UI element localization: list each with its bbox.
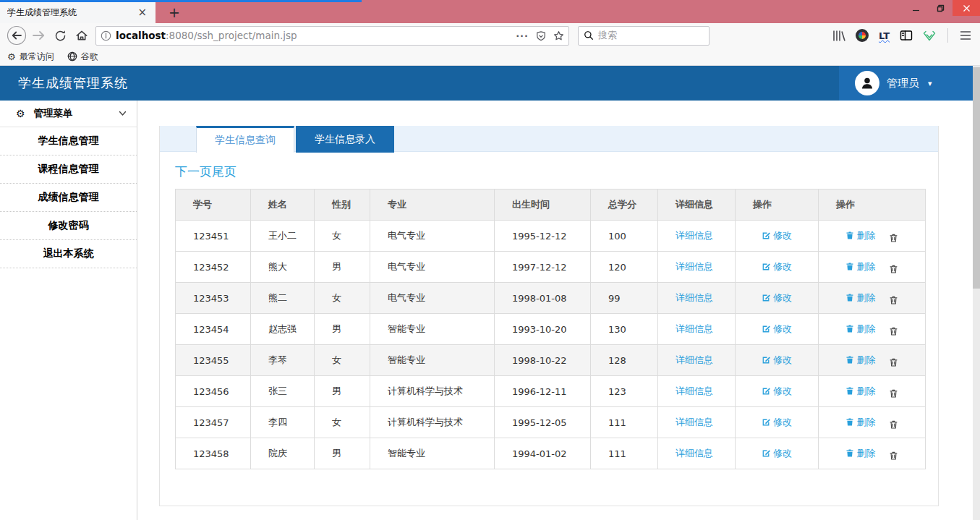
bookmark-frequent[interactable]: ⚙ 最常访问 — [7, 51, 54, 63]
url-bar[interactable]: localhost:8080/ssh_project/main.jsp ··· — [95, 26, 569, 46]
cell-name: 李四 — [251, 407, 315, 438]
table-row: 123456 张三 男 计算机科学与技术 1996-12-11 123 详细信息 — [176, 376, 926, 407]
sidebar-item-label: 修改密码 — [48, 219, 89, 232]
tab-close-icon[interactable]: × — [135, 6, 150, 20]
column-header: 操作 — [819, 189, 926, 221]
trash-icon — [845, 417, 854, 427]
trash-icon[interactable] — [889, 388, 898, 398]
next-page-link[interactable]: 下一页 — [175, 164, 212, 179]
url-host: localhost — [116, 30, 166, 41]
url-text: localhost:8080/ssh_project/main.jsp — [116, 30, 516, 41]
bookmark-google[interactable]: 谷歌 — [67, 51, 98, 63]
detail-link[interactable]: 详细信息 — [676, 323, 713, 336]
sidebar-item[interactable]: 课程信息管理 — [0, 155, 137, 184]
cell-gender: 女 — [315, 283, 370, 314]
sidebar-item[interactable]: 修改密码 — [0, 212, 137, 240]
browser-tab[interactable]: 学生成绩管理系统 × — [0, 2, 155, 23]
languagetool-extension-icon[interactable]: LT — [879, 30, 890, 41]
tab-student-entry[interactable]: 学生信息录入 — [296, 126, 394, 153]
sidebar-item[interactable]: 成绩信息管理 — [0, 184, 137, 212]
screenshot-extension-icon[interactable] — [856, 29, 869, 42]
delete-link[interactable]: 删除 — [845, 354, 875, 367]
page-scrollbar[interactable] — [973, 66, 980, 520]
delete-link[interactable]: 删除 — [845, 291, 875, 304]
detail-link[interactable]: 详细信息 — [676, 385, 713, 398]
trash-icon[interactable] — [889, 264, 898, 274]
edit-link[interactable]: 修改 — [762, 385, 792, 398]
home-button[interactable] — [71, 25, 93, 46]
trash-icon[interactable] — [889, 326, 898, 336]
cell-student-id: 123456 — [176, 376, 251, 407]
app-title: 学生成绩管理系统 — [18, 74, 128, 92]
trash-icon[interactable] — [889, 295, 898, 305]
table-row: 123455 李琴 女 智能专业 1998-10-22 128 详细信息 — [176, 345, 926, 376]
page-actions-icon[interactable]: ··· — [516, 30, 529, 41]
detail-link[interactable]: 详细信息 — [676, 260, 713, 273]
bookmark-star-icon[interactable] — [553, 30, 564, 41]
sidebars-icon[interactable] — [900, 30, 913, 41]
trash-icon[interactable] — [889, 419, 898, 430]
wappalyzer-extension-icon[interactable] — [923, 30, 936, 42]
sidebar-item[interactable]: 学生信息管理 — [0, 127, 137, 155]
main-content: 学生信息查询 学生信息录入 下一页尾页 学号姓名性别专业出生时间总学分 — [137, 101, 980, 520]
restore-button[interactable] — [928, 0, 953, 16]
gear-icon: ⚙ — [7, 51, 16, 62]
detail-link[interactable]: 详细信息 — [676, 447, 713, 460]
delete-link[interactable]: 删除 — [845, 323, 875, 336]
edit-link[interactable]: 修改 — [762, 354, 792, 367]
delete-link[interactable]: 删除 — [845, 260, 875, 273]
chevron-down-icon — [119, 111, 127, 116]
edit-link[interactable]: 修改 — [762, 447, 792, 460]
edit-link[interactable]: 修改 — [762, 323, 792, 336]
edit-link[interactable]: 修改 — [762, 260, 792, 273]
table-row: 123454 赵志强 男 智能专业 1993-10-20 130 详细信息 — [176, 314, 926, 345]
sidebar-item[interactable]: 退出本系统 — [0, 240, 137, 268]
edit-icon — [762, 386, 771, 396]
forward-button[interactable] — [27, 25, 49, 46]
library-icon[interactable] — [832, 30, 845, 42]
menu-hamburger-icon[interactable] — [960, 30, 971, 41]
table-row: 123457 李四 女 计算机科学与技术 1995-12-05 111 详细信息 — [176, 407, 926, 438]
cell-major: 智能专业 — [370, 345, 495, 376]
delete-link[interactable]: 删除 — [845, 229, 875, 242]
scrollbar-thumb[interactable] — [973, 67, 980, 289]
pocket-shield-icon[interactable] — [536, 30, 546, 41]
cell-student-id: 123451 — [176, 221, 251, 252]
minimize-button[interactable] — [903, 0, 928, 16]
edit-link[interactable]: 修改 — [762, 291, 792, 304]
site-info-icon[interactable] — [101, 30, 111, 41]
trash-icon — [845, 386, 854, 396]
detail-link[interactable]: 详细信息 — [676, 354, 713, 367]
cell-name: 张三 — [251, 376, 315, 407]
column-header: 学号 — [176, 189, 251, 221]
close-button[interactable] — [953, 0, 980, 16]
delete-link[interactable]: 删除 — [845, 447, 875, 460]
user-menu[interactable]: 管理员 ▾ — [839, 66, 973, 101]
delete-link[interactable]: 删除 — [845, 385, 875, 398]
last-page-link[interactable]: 尾页 — [212, 164, 237, 179]
trash-icon[interactable] — [889, 451, 898, 461]
search-box[interactable]: 搜索 — [578, 26, 710, 46]
delete-link[interactable]: 删除 — [845, 416, 875, 429]
edit-icon — [762, 324, 771, 333]
edit-link[interactable]: 修改 — [762, 229, 792, 242]
detail-link[interactable]: 详细信息 — [676, 416, 713, 429]
app-header: 学生成绩管理系统 管理员 ▾ — [0, 66, 973, 101]
edit-icon — [762, 448, 771, 458]
new-tab-button[interactable]: + — [165, 3, 184, 22]
search-icon — [584, 30, 594, 41]
bookmark-label: 谷歌 — [81, 51, 98, 63]
sidebar-menu-header[interactable]: ⚙ 管理菜单 — [0, 101, 137, 127]
edit-icon — [762, 355, 771, 365]
reload-button[interactable] — [49, 25, 71, 46]
sidebar-item-label: 成绩信息管理 — [38, 191, 99, 204]
trash-icon[interactable] — [889, 357, 898, 367]
detail-link[interactable]: 详细信息 — [676, 229, 713, 242]
back-button[interactable] — [6, 25, 27, 46]
trash-icon[interactable] — [889, 233, 898, 243]
browser-titlebar: 学生成绩管理系统 × + — [0, 0, 980, 23]
tab-student-query[interactable]: 学生信息查询 — [196, 126, 294, 153]
detail-link[interactable]: 详细信息 — [676, 291, 713, 304]
cell-student-id: 123454 — [176, 314, 251, 345]
edit-link[interactable]: 修改 — [762, 416, 792, 429]
